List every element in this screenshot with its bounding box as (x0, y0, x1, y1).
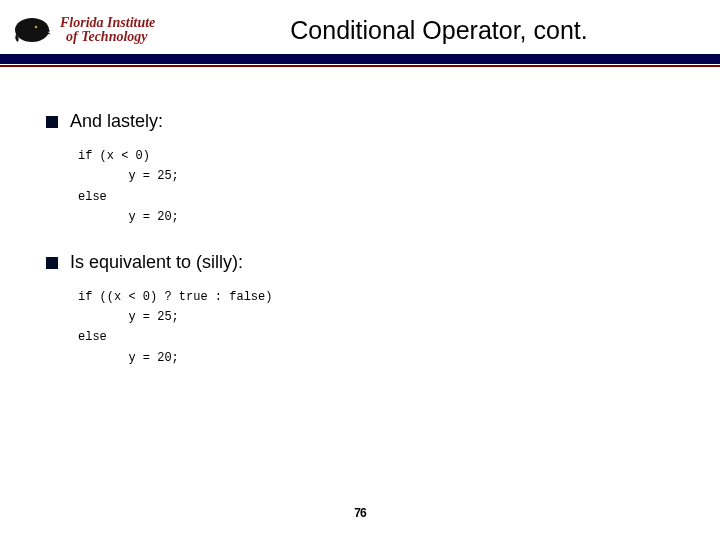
page-number: 76 (0, 506, 720, 520)
svg-point-1 (21, 23, 29, 29)
code-block: if ((x < 0) ? true : false) y = 25; else… (78, 287, 674, 369)
logo-line-2: of Technology (66, 30, 155, 44)
bullet-text: And lastely: (70, 111, 163, 132)
slide: Florida Institute of Technology Conditio… (0, 0, 720, 540)
bullet-item: And lastely: (46, 111, 674, 132)
bullet-square-icon (46, 257, 58, 269)
institution-logo: Florida Institute of Technology (12, 9, 190, 51)
svg-point-3 (35, 26, 37, 28)
bullet-text: Is equivalent to (silly): (70, 252, 243, 273)
panther-icon (12, 12, 56, 48)
header-rule-thick (0, 54, 720, 64)
slide-header: Florida Institute of Technology Conditio… (0, 0, 720, 54)
slide-title: Conditional Operator, cont. (190, 16, 708, 45)
slide-content: And lastely: if (x < 0) y = 25; else y =… (0, 67, 720, 368)
code-block: if (x < 0) y = 25; else y = 20; (78, 146, 674, 228)
logo-text: Florida Institute of Technology (60, 16, 155, 44)
bullet-item: Is equivalent to (silly): (46, 252, 674, 273)
logo-line-1: Florida Institute (60, 16, 155, 30)
bullet-square-icon (46, 116, 58, 128)
